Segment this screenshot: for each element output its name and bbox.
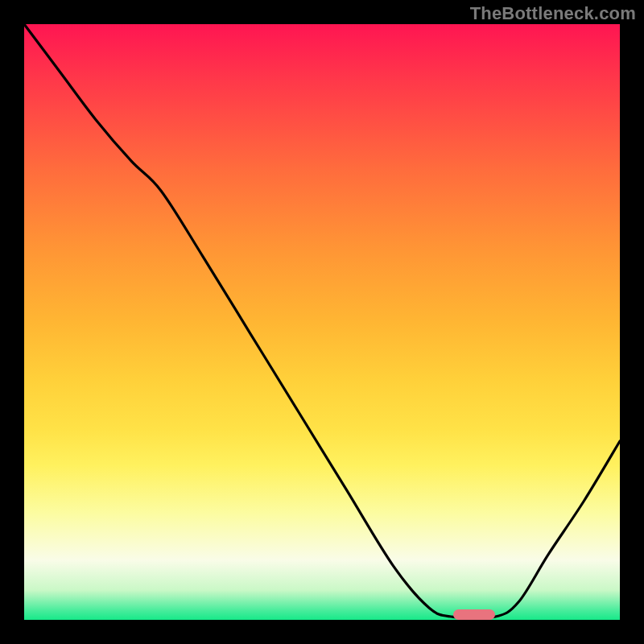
- watermark-text: TheBottleneck.com: [470, 3, 636, 24]
- plot-area: [24, 24, 620, 620]
- chart-frame: TheBottleneck.com: [0, 0, 644, 644]
- optimal-range-marker: [453, 609, 495, 620]
- bottleneck-curve: [24, 24, 620, 620]
